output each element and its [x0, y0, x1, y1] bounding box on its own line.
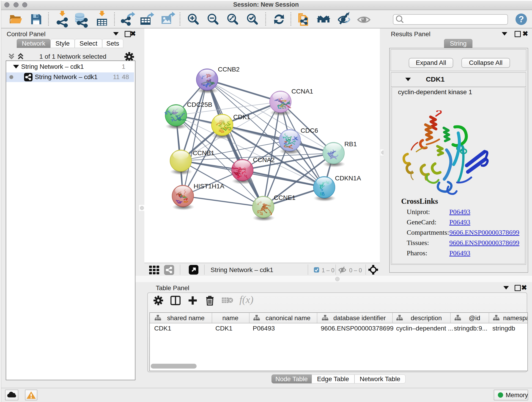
svg-text:CCNB1: CCNB1 [193, 149, 215, 157]
svg-text:?: ? [519, 14, 524, 24]
svg-text:CDC6: CDC6 [301, 127, 318, 134]
svg-text:CCNA1: CCNA1 [291, 88, 313, 95]
svg-text:CDK1: CDK1 [233, 114, 250, 121]
svg-text:CDKN1A: CDKN1A [335, 175, 361, 182]
svg-text:RB1: RB1 [344, 140, 357, 148]
svg-text:CDC25B: CDC25B [187, 101, 212, 108]
svg-text:CCNE1: CCNE1 [274, 194, 296, 201]
svg-text:CCNB2: CCNB2 [218, 66, 240, 73]
svg-text:CCNA2: CCNA2 [253, 156, 275, 163]
svg-text:HIST1H1A: HIST1H1A [194, 183, 224, 190]
